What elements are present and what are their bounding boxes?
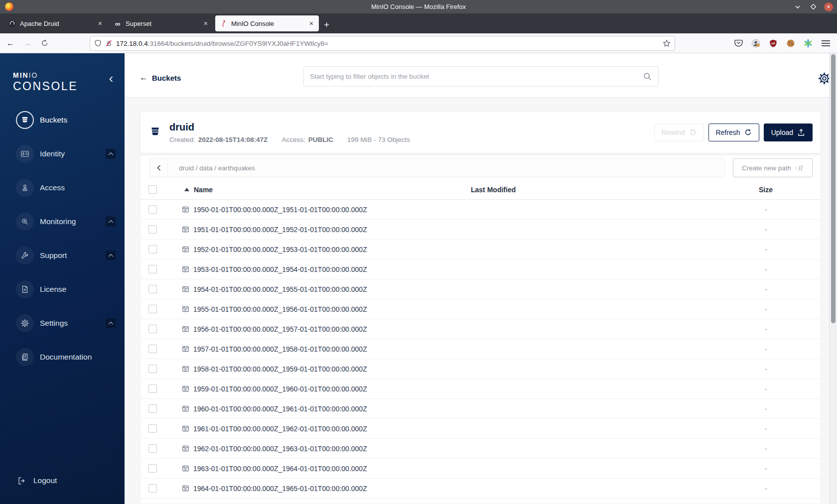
sidebar-item-documentation[interactable]: Documentation bbox=[0, 340, 125, 374]
close-icon[interactable]: × bbox=[824, 2, 833, 11]
menu-hamburger-icon[interactable] bbox=[821, 39, 830, 48]
folder-icon bbox=[182, 465, 189, 472]
row-checkbox[interactable] bbox=[148, 265, 157, 273]
page-scrollbar[interactable] bbox=[829, 53, 837, 504]
row-checkbox[interactable] bbox=[148, 404, 157, 413]
object-filter-box bbox=[303, 66, 659, 87]
sidebar-item-label: Logout bbox=[33, 476, 125, 485]
tab-apache-druid[interactable]: Apache Druid × bbox=[4, 15, 108, 31]
profile-lock-icon[interactable] bbox=[751, 39, 760, 48]
pocket-icon[interactable] bbox=[734, 39, 743, 48]
object-row[interactable]: 1960-01-01T00:00:00.000Z_1961-01-01T00:0… bbox=[140, 399, 821, 419]
refresh-button[interactable]: Refresh bbox=[708, 124, 759, 141]
row-checkbox[interactable] bbox=[148, 285, 157, 293]
object-row[interactable]: 1957-01-01T00:00:00.000Z_1958-01-01T00:0… bbox=[140, 339, 821, 359]
object-name: 1960-01-01T00:00:00.000Z_1961-01-01T00:0… bbox=[193, 405, 367, 413]
object-size: - bbox=[711, 285, 821, 293]
row-checkbox[interactable] bbox=[148, 365, 157, 373]
cookie-icon[interactable] bbox=[786, 39, 795, 48]
bucket-browser: druid Created: 2022-08-15T14:08:47Z Acce… bbox=[125, 98, 829, 504]
back-to-buckets-link[interactable]: ← Buckets bbox=[140, 73, 181, 83]
object-row[interactable]: 1955-01-01T00:00:00.000Z_1956-01-01T00:0… bbox=[140, 299, 821, 319]
created-value: 2022-08-15T14:08:47Z bbox=[198, 136, 268, 143]
minio-logo: MINIO CONSOLE bbox=[13, 71, 78, 93]
select-all-checkbox[interactable] bbox=[148, 185, 157, 194]
minimize-icon[interactable] bbox=[793, 2, 802, 11]
folder-icon bbox=[182, 246, 189, 253]
row-checkbox[interactable] bbox=[148, 345, 157, 353]
new-tab-button[interactable]: + bbox=[324, 19, 329, 30]
column-header-size[interactable]: Size bbox=[711, 186, 821, 194]
object-row[interactable]: 1953-01-01T00:00:00.000Z_1954-01-01T00:0… bbox=[140, 259, 821, 279]
tab-close-icon[interactable]: × bbox=[202, 19, 209, 27]
row-checkbox[interactable] bbox=[148, 484, 157, 493]
sidebar-item-logout[interactable]: Logout bbox=[0, 470, 125, 492]
sidebar-item-license[interactable]: License bbox=[0, 272, 125, 306]
tab-superset[interactable]: ∞ Superset × bbox=[110, 15, 213, 31]
object-name: 1964-01-01T00:00:00.000Z_1965-01-01T00:0… bbox=[193, 485, 367, 493]
row-checkbox[interactable] bbox=[148, 444, 157, 453]
sidebar-item-support[interactable]: Support bbox=[0, 239, 125, 272]
object-row[interactable]: 1952-01-01T00:00:00.000Z_1953-01-01T00:0… bbox=[140, 240, 821, 259]
forward-icon[interactable]: → bbox=[21, 37, 34, 50]
bucket-summary-card: druid Created: 2022-08-15T14:08:47Z Acce… bbox=[140, 111, 821, 153]
object-row[interactable]: 1954-01-01T00:00:00.000Z_1955-01-01T00:0… bbox=[140, 279, 821, 299]
sidebar-item-identity[interactable]: Identity bbox=[0, 137, 125, 171]
object-row[interactable]: 1962-01-01T00:00:00.000Z_1963-01-01T00:0… bbox=[140, 439, 821, 459]
languagetool-asterisk-icon[interactable] bbox=[804, 39, 813, 48]
sort-asc-icon bbox=[184, 188, 189, 191]
create-new-path-button[interactable]: Create new path bbox=[733, 158, 813, 177]
sidebar-collapse-icon[interactable] bbox=[108, 75, 115, 85]
support-icon bbox=[16, 247, 34, 264]
lock-insecure-icon[interactable] bbox=[105, 39, 113, 47]
column-header-last-modified[interactable]: Last Modified bbox=[471, 186, 711, 194]
tab-close-icon[interactable]: × bbox=[97, 19, 104, 27]
column-header-name[interactable]: Name bbox=[175, 186, 471, 194]
maximize-icon[interactable] bbox=[809, 2, 818, 11]
back-icon[interactable]: ← bbox=[4, 37, 17, 50]
url-host: 172.18.0.4 bbox=[116, 40, 148, 47]
tab-minio-console[interactable]: MinIO Console × bbox=[215, 15, 319, 31]
sidebar-item-monitoring[interactable]: Monitoring bbox=[0, 205, 125, 239]
reload-icon[interactable] bbox=[38, 37, 51, 50]
search-icon bbox=[643, 72, 652, 81]
object-size: - bbox=[711, 206, 821, 214]
row-checkbox[interactable] bbox=[148, 464, 157, 473]
shield-icon[interactable] bbox=[94, 39, 102, 47]
url-bar[interactable]: 172.18.0.4:31664/buckets/druid/browse/ZG… bbox=[90, 36, 675, 51]
object-name: 1962-01-01T00:00:00.000Z_1963-01-01T00:0… bbox=[193, 445, 367, 453]
object-name: 1953-01-01T00:00:00.000Z_1954-01-01T00:0… bbox=[193, 265, 367, 273]
url-text: 172.18.0.4:31664/buckets/druid/browse/ZG… bbox=[116, 40, 328, 47]
sidebar-item-access[interactable]: Access bbox=[0, 171, 125, 205]
path-back-icon[interactable] bbox=[150, 159, 168, 177]
row-checkbox[interactable] bbox=[148, 205, 157, 214]
documentation-icon bbox=[16, 348, 34, 366]
folder-icon bbox=[182, 226, 189, 233]
sidebar-item-buckets[interactable]: Buckets bbox=[0, 103, 125, 137]
bookmark-star-icon[interactable] bbox=[663, 39, 671, 47]
sidebar-item-label: License bbox=[40, 285, 116, 294]
scrollbar-thumb[interactable] bbox=[831, 54, 836, 323]
row-checkbox[interactable] bbox=[148, 225, 157, 234]
sidebar-item-settings[interactable]: Settings bbox=[0, 306, 125, 340]
object-row[interactable]: 1950-01-01T00:00:00.000Z_1951-01-01T00:0… bbox=[140, 200, 821, 220]
sidebar-item-label: Buckets bbox=[40, 116, 116, 125]
row-checkbox[interactable] bbox=[148, 384, 157, 393]
row-checkbox[interactable] bbox=[148, 424, 157, 433]
upload-button[interactable]: Upload bbox=[764, 124, 813, 141]
object-row[interactable]: 1958-01-01T00:00:00.000Z_1959-01-01T00:0… bbox=[140, 359, 821, 379]
object-row[interactable]: 1951-01-01T00:00:00.000Z_1952-01-01T00:0… bbox=[140, 220, 821, 240]
row-checkbox[interactable] bbox=[148, 245, 157, 253]
object-row[interactable]: 1963-01-01T00:00:00.000Z_1964-01-01T00:0… bbox=[140, 459, 821, 479]
object-row[interactable]: 1956-01-01T00:00:00.000Z_1957-01-01T00:0… bbox=[140, 319, 821, 339]
row-checkbox[interactable] bbox=[148, 305, 157, 313]
rewind-button[interactable]: Rewind bbox=[654, 124, 704, 141]
object-row[interactable]: 1959-01-01T00:00:00.000Z_1960-01-01T00:0… bbox=[140, 379, 821, 399]
object-row[interactable]: 1961-01-01T00:00:00.000Z_1962-01-01T00:0… bbox=[140, 419, 821, 439]
tab-close-icon[interactable]: × bbox=[308, 19, 315, 27]
ublock-icon[interactable]: uO bbox=[769, 39, 778, 48]
row-checkbox[interactable] bbox=[148, 325, 157, 333]
breadcrumb[interactable]: druid / data / earthquakes bbox=[179, 164, 255, 172]
object-filter-input[interactable] bbox=[310, 73, 643, 80]
object-row[interactable]: 1964-01-01T00:00:00.000Z_1965-01-01T00:0… bbox=[140, 479, 821, 499]
